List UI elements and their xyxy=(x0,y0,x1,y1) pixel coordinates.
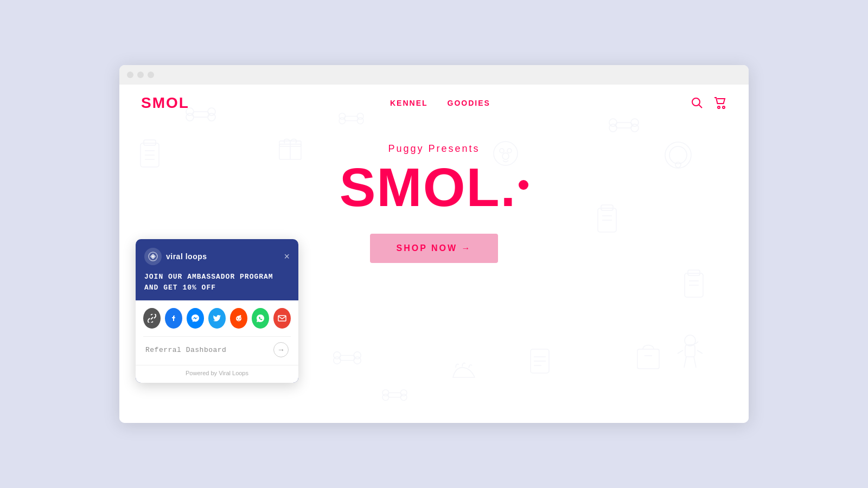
vl-footer: Powered by Viral Loops xyxy=(136,365,298,383)
whatsapp-icon xyxy=(256,314,265,323)
vl-dashboard-arrow-button[interactable]: → xyxy=(273,342,289,357)
browser-dot-yellow xyxy=(137,72,144,78)
svg-line-56 xyxy=(697,350,703,354)
shop-now-button[interactable]: SHOP NOW → xyxy=(370,234,497,263)
svg-point-22 xyxy=(354,352,361,359)
vl-share-icons xyxy=(143,308,291,329)
svg-point-26 xyxy=(382,394,389,401)
nav-kennel[interactable]: KENNEL xyxy=(390,99,428,107)
vl-widget-header: viral loops × xyxy=(136,239,298,269)
vl-dashboard-row: Referral Dashboard → xyxy=(143,336,291,365)
browser-titlebar xyxy=(119,65,749,85)
svg-point-39 xyxy=(609,124,617,132)
link-icon xyxy=(148,314,156,323)
share-twitter-button[interactable] xyxy=(208,308,226,329)
svg-point-51 xyxy=(685,335,695,346)
svg-rect-37 xyxy=(616,123,632,128)
browser-window: SMOL KENNEL GOODIES xyxy=(119,65,749,423)
vl-message: JOIN OUR AMBASSADOR PROGRAM AND GET 10% … xyxy=(136,269,298,300)
search-button[interactable] xyxy=(691,97,703,109)
svg-point-61 xyxy=(692,98,700,106)
svg-point-69 xyxy=(240,318,241,319)
reddit-icon xyxy=(234,314,243,323)
svg-point-23 xyxy=(354,357,361,364)
svg-point-66 xyxy=(152,255,154,258)
cart-icon xyxy=(714,97,727,109)
svg-point-28 xyxy=(400,394,407,401)
vl-powered-by: Powered by Viral Loops xyxy=(186,370,248,376)
share-link-button[interactable] xyxy=(143,308,161,329)
vl-brand-name: viral loops xyxy=(166,252,207,261)
hero-subtitle: Puggy Presents xyxy=(119,143,749,155)
svg-point-20 xyxy=(334,352,341,359)
svg-line-62 xyxy=(699,105,703,108)
svg-point-68 xyxy=(237,318,238,319)
twitter-icon xyxy=(213,314,221,323)
browser-dot-green xyxy=(148,72,154,78)
nav-icons xyxy=(691,97,727,109)
svg-rect-52 xyxy=(685,345,695,357)
svg-line-71 xyxy=(239,316,240,317)
share-messenger-button[interactable] xyxy=(187,308,204,329)
svg-rect-48 xyxy=(688,270,700,275)
vl-message-line1: JOIN OUR AMBASSADOR PROGRAM xyxy=(144,272,290,282)
messenger-icon xyxy=(191,314,200,323)
browser-dot-red xyxy=(127,72,133,78)
email-icon xyxy=(278,314,286,323)
vl-logo xyxy=(144,248,162,265)
svg-point-63 xyxy=(718,106,720,108)
svg-line-54 xyxy=(694,357,696,368)
svg-line-53 xyxy=(684,357,686,368)
arrow-icon: → xyxy=(277,345,285,354)
share-reddit-button[interactable] xyxy=(230,308,247,329)
svg-rect-57 xyxy=(531,349,549,373)
svg-rect-72 xyxy=(278,316,286,321)
hero-accent-dot xyxy=(519,180,528,190)
svg-point-25 xyxy=(382,390,389,396)
vl-share-area: Referral Dashboard → xyxy=(136,300,298,365)
svg-rect-47 xyxy=(685,273,703,297)
cart-button[interactable] xyxy=(714,97,727,109)
viral-loops-widget: viral loops × JOIN OUR AMBASSADOR PROGRA… xyxy=(136,239,298,383)
facebook-icon xyxy=(169,314,178,323)
share-facebook-button[interactable] xyxy=(165,308,182,329)
svg-rect-19 xyxy=(340,355,355,360)
share-email-button[interactable] xyxy=(273,308,291,329)
svg-rect-24 xyxy=(388,393,401,397)
svg-rect-42 xyxy=(637,349,659,369)
page-content: SMOL KENNEL GOODIES xyxy=(119,85,749,423)
vl-logo-icon xyxy=(148,252,158,261)
nav-goodies[interactable]: GOODIES xyxy=(448,99,490,107)
vl-message-line2: AND GET 10% OFF xyxy=(144,282,290,293)
svg-point-64 xyxy=(723,106,725,108)
vl-close-button[interactable]: × xyxy=(284,252,290,261)
svg-point-41 xyxy=(631,124,639,132)
navbar: SMOL KENNEL GOODIES xyxy=(119,85,749,121)
share-whatsapp-button[interactable] xyxy=(252,308,269,329)
hero-title-text: SMOL xyxy=(340,160,501,214)
svg-line-55 xyxy=(678,350,683,354)
search-icon xyxy=(691,97,703,109)
logo[interactable]: SMOL xyxy=(141,94,189,112)
nav-links: KENNEL GOODIES xyxy=(390,99,490,107)
hero-title-period: . xyxy=(501,160,517,214)
svg-point-21 xyxy=(334,357,341,364)
svg-point-27 xyxy=(400,390,407,396)
hero-title: SMOL. xyxy=(340,160,529,214)
vl-brand: viral loops xyxy=(144,248,207,265)
vl-dashboard-label: Referral Dashboard xyxy=(145,346,226,354)
